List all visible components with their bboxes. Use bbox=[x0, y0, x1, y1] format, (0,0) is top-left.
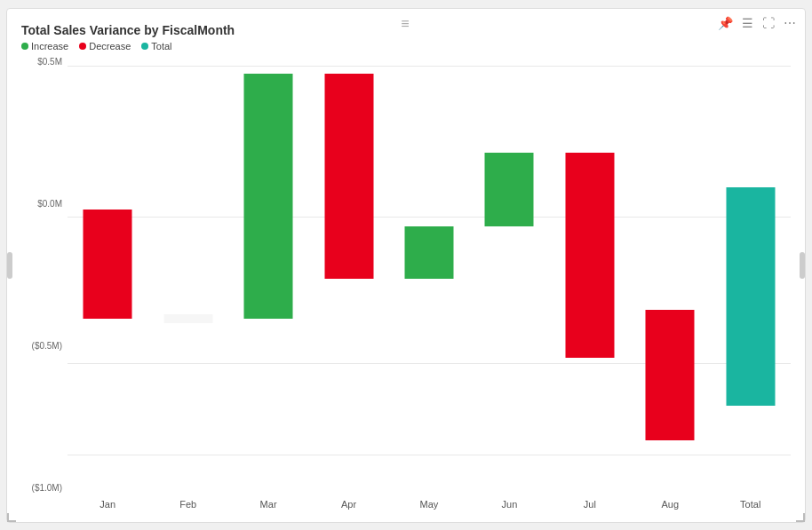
bar-jun bbox=[485, 153, 534, 227]
pin-icon[interactable]: 📌 bbox=[718, 16, 733, 30]
x-label-feb: Feb bbox=[147, 494, 227, 515]
chart-inner: $0.5M $0.0M ($0.5M) ($1.0M) bbox=[21, 57, 791, 515]
filter-icon[interactable]: ☰ bbox=[742, 16, 753, 30]
drag-handle: ≡ bbox=[7, 16, 805, 32]
chart-area: $0.5M $0.0M ($0.5M) ($1.0M) bbox=[21, 57, 791, 515]
bar-group-apr bbox=[308, 57, 388, 494]
y-label-1: $0.0M bbox=[21, 199, 68, 209]
bar-mar bbox=[244, 74, 293, 319]
legend-item-total: Total bbox=[141, 41, 171, 51]
expand-icon[interactable]: ⛶ bbox=[762, 16, 775, 30]
corner-bottom-left bbox=[7, 513, 16, 522]
legend-label-increase: Increase bbox=[31, 41, 68, 51]
y-label-3: ($1.0M) bbox=[21, 483, 68, 493]
x-label-aug: Aug bbox=[630, 494, 710, 515]
bar-feb bbox=[163, 314, 212, 323]
bars-container bbox=[68, 57, 791, 494]
bar-group-feb bbox=[147, 57, 227, 494]
bar-group-may bbox=[389, 57, 469, 494]
legend-dot-decrease bbox=[79, 43, 86, 50]
bar-may bbox=[404, 226, 453, 279]
bar-group-jun bbox=[469, 57, 549, 494]
x-label-may: May bbox=[389, 494, 469, 515]
x-label-jul: Jul bbox=[550, 494, 630, 515]
resize-handle-right[interactable] bbox=[800, 252, 805, 279]
bar-group-total bbox=[711, 57, 791, 494]
bar-apr bbox=[324, 74, 373, 279]
y-label-0: $0.5M bbox=[21, 57, 68, 67]
legend-label-total: Total bbox=[151, 41, 171, 51]
bar-group-aug bbox=[630, 57, 710, 494]
resize-handle-left[interactable] bbox=[7, 252, 12, 279]
x-label-jun: Jun bbox=[469, 494, 549, 515]
bar-total bbox=[726, 187, 775, 406]
x-labels: Jan Feb Mar Apr May Jun Jul Aug Total bbox=[68, 494, 791, 515]
legend-item-decrease: Decrease bbox=[79, 41, 131, 51]
x-label-apr: Apr bbox=[308, 494, 388, 515]
bar-group-jan bbox=[68, 57, 147, 494]
bar-jul bbox=[565, 153, 614, 358]
plot-area: Jan Feb Mar Apr May Jun Jul Aug Total bbox=[68, 57, 791, 515]
chart-card: ≡ 📌 ☰ ⛶ ⋯ Total Sales Variance by Fiscal… bbox=[6, 8, 806, 523]
y-axis: $0.5M $0.0M ($0.5M) ($1.0M) bbox=[21, 57, 68, 515]
card-actions: 📌 ☰ ⛶ ⋯ bbox=[718, 16, 796, 30]
bar-jan bbox=[84, 210, 132, 319]
chart-legend: Increase Decrease Total bbox=[21, 41, 791, 51]
more-icon[interactable]: ⋯ bbox=[784, 16, 796, 30]
legend-label-decrease: Decrease bbox=[89, 41, 131, 51]
x-label-jan: Jan bbox=[68, 494, 147, 515]
corner-bottom-right bbox=[796, 513, 805, 522]
bar-aug bbox=[646, 310, 695, 441]
legend-item-increase: Increase bbox=[21, 41, 68, 51]
x-label-mar: Mar bbox=[228, 494, 308, 515]
bar-group-jul bbox=[550, 57, 630, 494]
x-label-total: Total bbox=[711, 494, 791, 515]
drag-icon: ≡ bbox=[401, 16, 410, 32]
y-label-2: ($0.5M) bbox=[21, 341, 68, 351]
bar-group-mar bbox=[228, 57, 308, 494]
legend-dot-increase bbox=[21, 43, 28, 50]
legend-dot-total bbox=[141, 43, 148, 50]
